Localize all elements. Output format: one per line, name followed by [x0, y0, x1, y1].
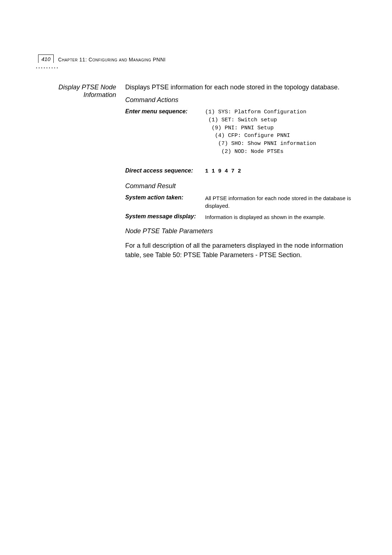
command-actions-heading: Command Actions: [125, 96, 354, 104]
system-message-label: System message display:: [125, 213, 205, 221]
enter-menu-value: (1) SYS: Platform Configuration (1) SET:…: [205, 108, 354, 156]
content-area: Display PTSE Node Information Displays P…: [53, 84, 354, 263]
direct-access-label: Direct access sequence:: [125, 167, 205, 175]
section-intro: Displays PTSE information for each node …: [125, 84, 354, 91]
direct-access-block: Direct access sequence: 1 1 9 4 7 2: [125, 167, 354, 175]
direct-access-value: 1 1 9 4 7 2: [205, 167, 354, 175]
section-title: Display PTSE Node Information: [53, 84, 125, 260]
command-result-heading: Command Result: [125, 182, 354, 190]
page: 410 . . . . . . . . . Chapter 11: Config…: [0, 0, 392, 555]
system-message-value: Information is displayed as shown in the…: [205, 213, 354, 221]
chapter-title-text: Chapter 11: Configuring and Managing PNN…: [58, 57, 166, 62]
enter-menu-label: Enter menu sequence:: [125, 108, 205, 156]
system-action-row: System action taken: All PTSE informatio…: [125, 194, 354, 210]
system-action-label: System action taken:: [125, 194, 205, 210]
enter-menu-row: Enter menu sequence: (1) SYS: Platform C…: [125, 108, 354, 156]
body-text: For a full description of all the parame…: [125, 241, 354, 260]
system-action-value: All PTSE information for each node store…: [205, 194, 354, 210]
command-result-block: System action taken: All PTSE informatio…: [125, 194, 354, 221]
section-header-row: Display PTSE Node Information Displays P…: [53, 84, 354, 260]
page-dots-decoration: . . . . . . . . .: [36, 65, 57, 67]
section-body: Displays PTSE information for each node …: [125, 84, 354, 260]
menu-sequence-block: Enter menu sequence: (1) SYS: Platform C…: [125, 108, 354, 156]
node-ptse-heading: Node PTSE Table Parameters: [125, 227, 354, 235]
system-message-row: System message display: Information is d…: [125, 213, 354, 221]
direct-access-row: Direct access sequence: 1 1 9 4 7 2: [125, 167, 354, 175]
chapter-title: Chapter 11: Configuring and Managing PNN…: [58, 57, 166, 62]
